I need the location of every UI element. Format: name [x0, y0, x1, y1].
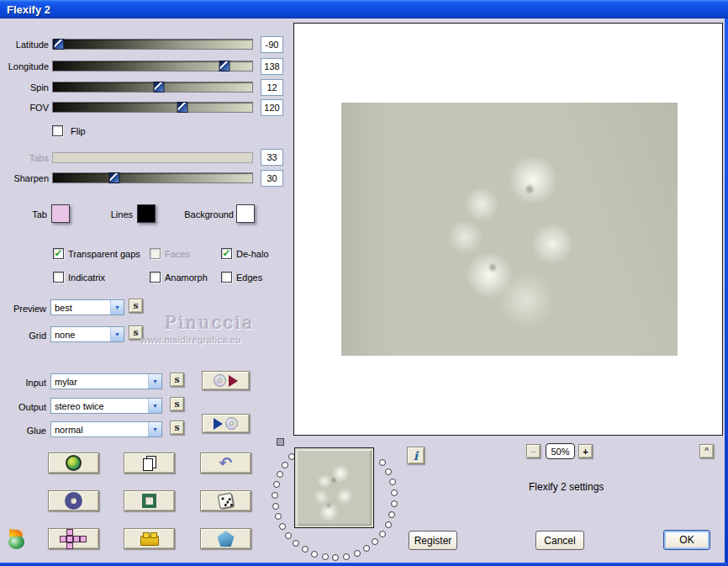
ring-dot[interactable]: [388, 511, 395, 518]
zoom-out-button[interactable]: −: [526, 444, 541, 458]
ring-dot[interactable]: [372, 538, 378, 545]
output-dropdown[interactable]: stereo twice ▼: [50, 398, 162, 414]
ring-dot[interactable]: [293, 540, 299, 547]
tab-color-swatch[interactable]: [51, 204, 70, 223]
tabs-slider-track: [52, 152, 253, 163]
output-label: Output: [0, 402, 46, 412]
fov-slider-thumb[interactable]: [177, 102, 188, 113]
ring-dot[interactable]: [385, 468, 392, 475]
chevron-down-icon[interactable]: ▼: [110, 300, 124, 315]
zoom-in-button[interactable]: +: [578, 444, 593, 458]
ok-button[interactable]: OK: [663, 530, 710, 550]
chevron-down-icon[interactable]: ▼: [148, 374, 161, 389]
de-halo-label: De-halo: [236, 249, 269, 259]
transparent-gaps-checkbox[interactable]: ✓: [53, 248, 64, 259]
title-bar[interactable]: Flexify 2: [0, 0, 728, 19]
ring-dot[interactable]: [332, 554, 339, 561]
spin-slider-track[interactable]: [52, 82, 253, 93]
brick-button[interactable]: [124, 528, 175, 549]
faces-label: Faces: [165, 249, 215, 259]
chevron-down-icon[interactable]: ▼: [148, 399, 161, 413]
ring-dot[interactable]: [302, 546, 309, 553]
square-frame-icon: [142, 494, 156, 508]
input-shuffle-button[interactable]: s: [170, 373, 184, 387]
ring-dot[interactable]: [363, 545, 370, 552]
spin-value-input[interactable]: [261, 79, 283, 96]
indicatrix-label: Indicatrix: [68, 272, 105, 283]
preview-shuffle-button[interactable]: s: [129, 299, 143, 313]
cancel-button[interactable]: Cancel: [535, 531, 584, 550]
ring-dot[interactable]: [277, 471, 283, 478]
blue-play-triangle-icon: [214, 418, 223, 430]
preview-dropdown[interactable]: best ▼: [50, 299, 124, 315]
rotation-handle[interactable]: [277, 438, 284, 446]
ring-dot[interactable]: [273, 481, 280, 488]
sharpen-value-input[interactable]: [261, 170, 283, 187]
save-settings-button[interactable]: [202, 414, 250, 433]
longitude-slider-track[interactable]: [52, 61, 253, 71]
ring-dot[interactable]: [279, 523, 286, 530]
preview-image: [341, 103, 678, 356]
flip-checkbox[interactable]: [52, 125, 63, 136]
ring-dot[interactable]: [285, 532, 292, 539]
latitude-slider-track[interactable]: [52, 39, 253, 50]
anamorph-checkbox[interactable]: [150, 272, 161, 283]
glue-dropdown[interactable]: normal ▼: [50, 421, 162, 437]
latitude-value-input[interactable]: [261, 36, 283, 53]
glue-shuffle-button[interactable]: s: [170, 421, 184, 435]
ring-dot[interactable]: [322, 553, 329, 560]
spin-slider-thumb[interactable]: [153, 82, 164, 93]
ring-dot[interactable]: [379, 531, 386, 537]
globe-button[interactable]: [48, 452, 99, 473]
undo-button[interactable]: ↶: [200, 452, 251, 473]
ring-dot[interactable]: [272, 492, 278, 499]
lines-color-label: Lines: [99, 209, 133, 220]
register-button[interactable]: Register: [409, 531, 457, 550]
edges-checkbox[interactable]: [221, 272, 232, 283]
dice-button[interactable]: [200, 490, 251, 511]
latitude-slider-thumb[interactable]: [54, 39, 65, 50]
de-halo-checkbox[interactable]: ✓: [221, 248, 232, 259]
grid-dropdown[interactable]: none ▼: [50, 326, 124, 342]
square-frame-button[interactable]: [124, 490, 175, 511]
thumbnail-frame[interactable]: [294, 447, 374, 528]
ring-dot[interactable]: [389, 479, 396, 485]
window-title: Flexify 2: [7, 3, 50, 16]
sharpen-label: Sharpen: [0, 173, 49, 183]
load-settings-button[interactable]: [202, 371, 250, 390]
globe-icon: [66, 455, 82, 471]
fov-value-input[interactable]: [261, 99, 283, 116]
ring-dot[interactable]: [311, 551, 318, 558]
chevron-down-icon[interactable]: ▼: [148, 422, 161, 436]
flexify-dialog: Flexify 2 Latitude Longitude Spin FOV Fl…: [0, 0, 728, 566]
ring-dot[interactable]: [379, 459, 386, 466]
longitude-slider-thumb[interactable]: [219, 61, 229, 71]
output-shuffle-button[interactable]: s: [170, 397, 184, 411]
lines-color-swatch[interactable]: [137, 204, 156, 223]
tabs-label: Tabs: [0, 153, 49, 163]
ring-dot[interactable]: [391, 500, 398, 507]
sharpen-slider-thumb[interactable]: [109, 172, 120, 183]
ring-dot[interactable]: [385, 521, 392, 528]
ring-dot[interactable]: [354, 550, 361, 557]
input-dropdown[interactable]: mylar ▼: [50, 373, 162, 389]
info-button[interactable]: i: [407, 447, 425, 464]
fov-slider-track[interactable]: [52, 102, 253, 113]
collapse-button[interactable]: ^: [699, 444, 714, 458]
tabs-value-input[interactable]: [261, 149, 283, 166]
longitude-value-input[interactable]: [261, 58, 283, 75]
ring-dot[interactable]: [275, 513, 282, 520]
sharpen-slider-track[interactable]: [52, 172, 253, 183]
ring-dot[interactable]: [272, 503, 279, 510]
copy-button[interactable]: [124, 452, 175, 473]
ring-dot[interactable]: [282, 462, 288, 468]
indicatrix-checkbox[interactable]: [53, 272, 64, 283]
chevron-down-icon[interactable]: ▼: [110, 327, 124, 341]
unfolded-cube-button[interactable]: [48, 528, 99, 549]
preview-canvas[interactable]: [293, 23, 723, 436]
ring-dot[interactable]: [343, 553, 350, 560]
torus-button[interactable]: [48, 490, 99, 511]
polyhedron-button[interactable]: [200, 528, 251, 549]
background-color-swatch[interactable]: [236, 204, 255, 223]
ring-dot[interactable]: [391, 489, 398, 496]
